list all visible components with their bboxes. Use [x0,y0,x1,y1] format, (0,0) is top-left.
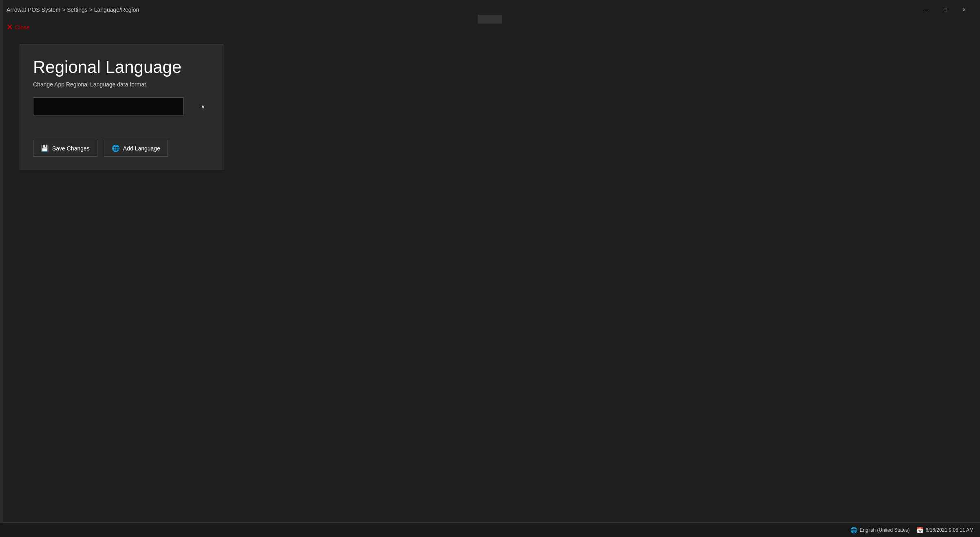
minimize-button[interactable]: — [917,3,936,16]
close-button[interactable]: ✕ Close [7,23,30,32]
card-title: Regional Language [33,57,210,77]
window-close-button[interactable]: ✕ [955,3,973,16]
language-text: English (United States) [860,527,910,533]
regional-language-card: Regional Language Change App Regional La… [20,44,223,170]
add-language-label: Add Language [123,145,160,152]
keyboard-icon-area [478,15,502,24]
datetime-status: 📅 6/16/2021 9:06:11 AM [916,527,973,533]
status-bar: 🌐 English (United States) 📅 6/16/2021 9:… [0,522,980,537]
keyboard-icon [478,15,502,24]
calendar-icon: 📅 [916,527,923,533]
save-changes-button[interactable]: 💾 Save Changes [33,140,97,157]
save-icon: 💾 [41,144,49,152]
save-changes-label: Save Changes [52,145,90,152]
language-status: 🌐 English (United States) [850,527,910,533]
maximize-button[interactable]: □ [936,3,955,16]
card-subtitle: Change App Regional Language data format… [33,81,210,88]
buttons-row: 💾 Save Changes 🌐 Add Language [33,140,210,157]
sidebar-strip [0,0,3,537]
language-dropdown-container: ∨ [33,97,210,115]
add-language-button[interactable]: 🌐 Add Language [104,140,168,157]
language-dropdown[interactable] [33,97,184,115]
close-x-icon: ✕ [7,23,13,32]
datetime-text: 6/16/2021 9:06:11 AM [926,527,973,533]
breadcrumb: Arrowat POS System > Settings > Language… [7,7,139,13]
language-icon: 🌐 [850,527,857,533]
window-controls: — □ ✕ [917,3,973,16]
chevron-down-icon: ∨ [201,103,205,110]
add-language-icon: 🌐 [112,144,120,152]
close-label: Close [15,24,30,31]
